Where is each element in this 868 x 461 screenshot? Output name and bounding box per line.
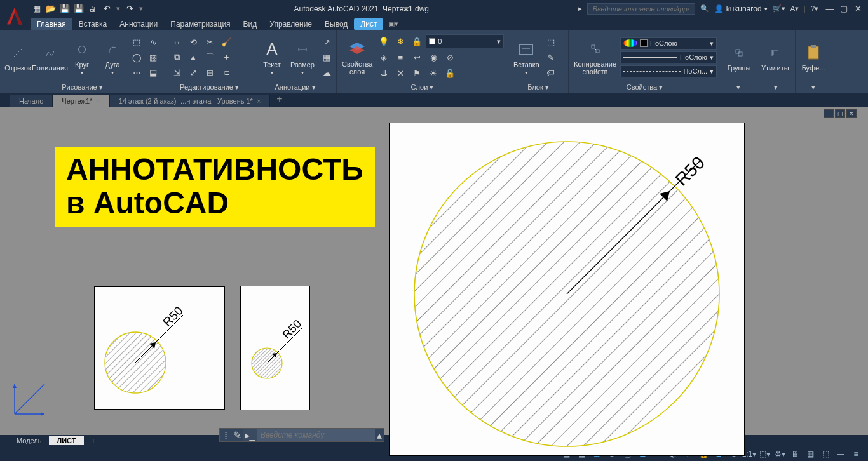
- layer-lock-icon[interactable]: 🔒: [409, 34, 424, 48]
- layer-state-icon[interactable]: ⚑: [409, 66, 424, 80]
- drawing-canvas[interactable]: — ▢ ✕ R50 R50 R50 АННОТАТИВНОСТЬ в AutoC…: [0, 107, 868, 435]
- explode-icon[interactable]: ✦: [219, 50, 234, 64]
- block-attr-icon[interactable]: 🏷: [543, 65, 559, 79]
- array-icon[interactable]: ⊞: [202, 65, 217, 79]
- vp-min-icon[interactable]: —: [824, 109, 834, 118]
- layout-tab-model[interactable]: Модель: [9, 436, 49, 445]
- undo-icon[interactable]: ↶: [100, 3, 113, 15]
- tab-layout[interactable]: Лист: [354, 18, 383, 30]
- minimize-button[interactable]: —: [824, 3, 836, 15]
- maximize-button[interactable]: ▢: [837, 3, 850, 15]
- file-tab-start[interactable]: Начало: [10, 95, 53, 107]
- layer-merge-icon[interactable]: ⇊: [376, 66, 391, 80]
- point-icon[interactable]: ⋯: [129, 65, 144, 79]
- layer-unlock-icon[interactable]: 🔓: [442, 66, 458, 80]
- color-selector[interactable]: ПоСлою▾: [620, 37, 717, 50]
- fillet-icon[interactable]: ⌒: [202, 50, 217, 64]
- offset-icon[interactable]: ⊂: [219, 65, 234, 79]
- search-input[interactable]: [587, 3, 695, 15]
- layer-walk-icon[interactable]: ◉: [426, 50, 441, 64]
- layer-thaw-icon[interactable]: ☀: [426, 66, 441, 80]
- mirror-icon[interactable]: ▲: [186, 50, 201, 64]
- close-button[interactable]: ✕: [851, 3, 864, 15]
- copy-icon[interactable]: ⧉: [169, 50, 184, 64]
- lineweight-selector[interactable]: ПоСлою▾: [620, 51, 717, 63]
- cart-icon[interactable]: 🛒▾: [773, 4, 785, 13]
- block-panel-label[interactable]: Блок ▾: [512, 82, 564, 93]
- file-tab-current[interactable]: Чертеж1*×: [53, 95, 109, 107]
- user-menu[interactable]: 👤 kukunarod ▾: [714, 4, 768, 13]
- close-icon[interactable]: ×: [257, 97, 261, 105]
- print-icon[interactable]: 🖨: [86, 3, 99, 15]
- tab-manage[interactable]: Управление: [263, 18, 318, 30]
- groups-button[interactable]: Группы: [725, 41, 753, 73]
- hatch-icon[interactable]: ▨: [146, 50, 161, 64]
- sb-units-icon[interactable]: ⬚: [818, 448, 832, 460]
- infocenter-play-icon[interactable]: ▸: [578, 4, 582, 13]
- new-tab-button[interactable]: +: [270, 91, 288, 107]
- dim-button[interactable]: Размер▾: [288, 38, 316, 77]
- rotate-icon[interactable]: ⟲: [186, 35, 201, 49]
- text-button[interactable]: AТекст▾: [258, 38, 286, 77]
- stretch-icon[interactable]: ⇲: [169, 65, 184, 79]
- layer-freeze-icon[interactable]: ❄: [393, 34, 408, 48]
- layer-on-icon[interactable]: 💡: [376, 34, 391, 48]
- utils-button[interactable]: Утилиты: [760, 41, 790, 73]
- polyline-button[interactable]: Полилиния: [34, 41, 65, 73]
- table-icon[interactable]: ▦: [319, 50, 334, 64]
- layer-del-icon[interactable]: ✕: [393, 66, 408, 80]
- vp-max-icon[interactable]: ▢: [835, 109, 845, 118]
- layer-props-button[interactable]: Свойства слоя: [341, 37, 374, 77]
- edit-panel-label[interactable]: Редактирование ▾: [169, 82, 250, 93]
- region-icon[interactable]: ⬓: [146, 65, 161, 79]
- tab-focus-icon[interactable]: ▣▾: [388, 20, 398, 28]
- layer-iso-icon[interactable]: ◈: [376, 50, 391, 64]
- sb-scale2-icon[interactable]: ⬚▾: [757, 448, 771, 460]
- command-line[interactable]: ⁞ ✎ ▸_ ▴: [219, 428, 384, 442]
- circle-button[interactable]: Круг▾: [68, 38, 96, 77]
- tab-output[interactable]: Вывод: [318, 18, 354, 30]
- command-input[interactable]: [257, 429, 375, 441]
- layer-match-icon[interactable]: ≡: [393, 50, 408, 64]
- erase-icon[interactable]: 🧹: [219, 35, 234, 49]
- sb-customize-icon[interactable]: ≡: [849, 448, 863, 460]
- redo-icon[interactable]: ↷: [123, 3, 136, 15]
- props-panel-label[interactable]: Свойства ▾: [573, 82, 717, 93]
- help-icon[interactable]: ?▾: [811, 4, 818, 13]
- layout-tab-sheet[interactable]: ЛИСТ: [49, 436, 83, 445]
- close-icon[interactable]: ×: [96, 97, 100, 105]
- app-switch-icon[interactable]: Α▾: [790, 4, 799, 13]
- leader-icon[interactable]: ↗: [319, 35, 334, 49]
- tab-view[interactable]: Вид: [237, 18, 264, 30]
- linetype-selector[interactable]: ПоСл...▾: [620, 65, 717, 77]
- layer-panel-label[interactable]: Слои ▾: [341, 82, 504, 93]
- qat-dropdown-icon[interactable]: ▾: [114, 4, 122, 13]
- arc-button[interactable]: Дуга▾: [98, 38, 126, 77]
- block-create-icon[interactable]: ⬚: [543, 35, 559, 49]
- cmd-customize-icon[interactable]: ✎: [231, 429, 243, 441]
- ellipse-icon[interactable]: ◯: [129, 50, 144, 64]
- new-icon[interactable]: ▦: [31, 3, 43, 15]
- clip-panel-label[interactable]: ▾: [799, 82, 827, 93]
- clipboard-button[interactable]: Буфе...: [799, 41, 827, 73]
- cmd-expand-icon[interactable]: ▴: [375, 429, 384, 441]
- vp-close-icon[interactable]: ✕: [846, 109, 857, 118]
- utils-panel-label[interactable]: ▾: [760, 82, 791, 93]
- trim-icon[interactable]: ✂: [202, 35, 217, 49]
- cloud-icon[interactable]: ☁: [319, 65, 334, 79]
- sb-ws-icon[interactable]: ⚙▾: [773, 448, 787, 460]
- anno-panel-label[interactable]: Аннотации ▾: [258, 82, 332, 93]
- scale-icon[interactable]: ⤢: [186, 65, 201, 79]
- spline-icon[interactable]: ∿: [146, 35, 161, 49]
- save-icon[interactable]: 💾: [58, 3, 71, 15]
- move-icon[interactable]: ↔: [169, 35, 184, 49]
- insert-button[interactable]: Вставка▾: [512, 38, 541, 77]
- saveas-icon[interactable]: 💾: [72, 3, 85, 15]
- draw-panel-label[interactable]: Рисование ▾: [4, 82, 161, 93]
- tab-insert[interactable]: Вставка: [72, 18, 114, 30]
- sb-monitor-icon[interactable]: 🖥: [788, 448, 802, 460]
- layer-prev-icon[interactable]: ↩: [409, 50, 424, 64]
- sb-iso-icon[interactable]: ▦: [803, 448, 817, 460]
- tab-home[interactable]: Главная: [31, 18, 72, 30]
- file-tab-other[interactable]: 14 этаж (2-й аказ) -...н этажа - Уровень…: [110, 95, 271, 107]
